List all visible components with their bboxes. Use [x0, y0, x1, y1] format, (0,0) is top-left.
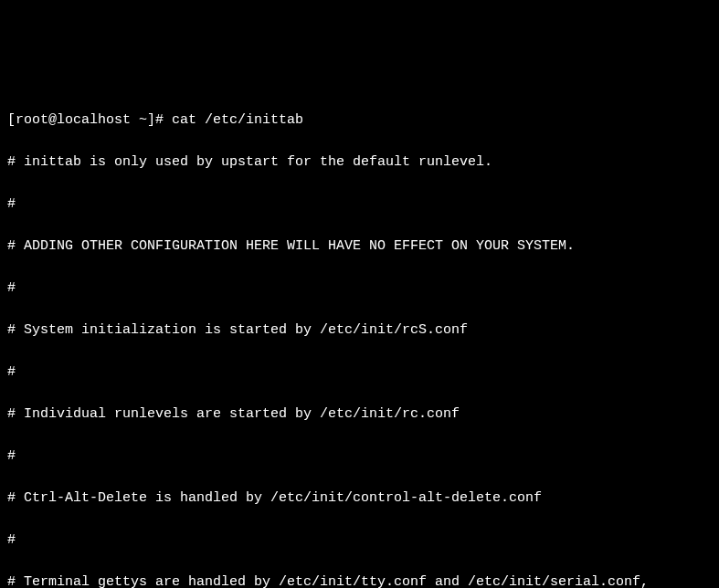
terminal-line: # System initialization is started by /e… [7, 320, 712, 341]
terminal-line: # [7, 446, 712, 467]
terminal-line: # ADDING OTHER CONFIGURATION HERE WILL H… [7, 236, 712, 257]
terminal-line: # [7, 194, 712, 215]
terminal-line: # inittab is only used by upstart for th… [7, 152, 712, 173]
terminal-line: [root@localhost ~]# cat /etc/inittab [7, 110, 712, 131]
terminal-line: # Ctrl-Alt-Delete is handled by /etc/ini… [7, 488, 712, 509]
terminal-line: # Terminal gettys are handled by /etc/in… [7, 572, 712, 588]
terminal-line: # Individual runlevels are started by /e… [7, 404, 712, 425]
terminal-window[interactable]: [root@localhost ~]# cat /etc/inittab # i… [7, 89, 712, 588]
terminal-line: # [7, 278, 712, 299]
terminal-line: # [7, 530, 712, 551]
terminal-line: # [7, 362, 712, 383]
